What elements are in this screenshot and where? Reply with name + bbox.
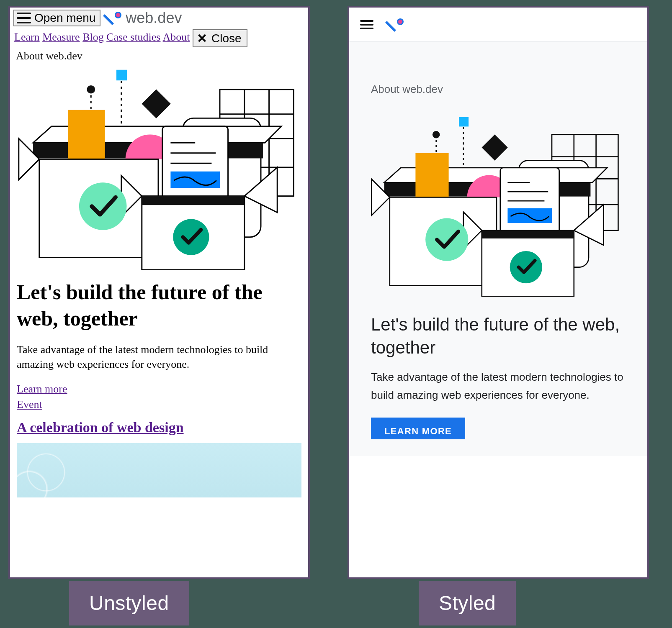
svg-rect-12 — [142, 89, 170, 118]
close-label: Close — [211, 32, 242, 45]
unstyled-topbar: Open menu web.dev — [10, 8, 308, 27]
hero-subhead: Take advantage of the latest modern tech… — [10, 336, 308, 376]
webdev-logo-icon[interactable] — [385, 16, 405, 33]
open-menu-label: Open menu — [34, 11, 95, 25]
unstyled-nav: Learn Measure Blog Case studies About ✕ … — [10, 27, 308, 50]
svg-rect-42 — [459, 117, 469, 127]
event-link[interactable]: Event — [17, 397, 301, 412]
eyebrow-text: About web.dev — [10, 50, 308, 65]
svg-rect-11 — [116, 70, 127, 80]
styled-appbar — [349, 8, 647, 42]
nav-blog[interactable]: Blog — [82, 31, 104, 43]
nav-measure[interactable]: Measure — [42, 31, 80, 43]
learn-more-link[interactable]: Learn more — [17, 382, 301, 397]
svg-rect-17 — [68, 110, 105, 159]
logo-text: web.dev — [126, 9, 182, 27]
svg-point-60 — [425, 218, 468, 261]
event-heading-link[interactable]: A celebration of web design — [17, 420, 184, 435]
open-menu-button[interactable]: Open menu — [13, 10, 100, 26]
close-icon: ✕ — [197, 31, 207, 46]
svg-rect-53 — [507, 208, 552, 223]
svg-point-30 — [173, 219, 209, 255]
unstyled-screenshot: Open menu web.dev Learn Measure Blog Cas… — [8, 6, 310, 579]
svg-rect-48 — [415, 153, 448, 197]
svg-rect-22 — [170, 172, 220, 188]
event-heading: A celebration of web design — [10, 414, 308, 443]
webdev-logo-icon — [103, 9, 123, 27]
svg-rect-43 — [481, 134, 507, 160]
event-image — [17, 443, 301, 497]
svg-point-1 — [116, 13, 120, 17]
learn-more-button[interactable]: LEARN MORE — [371, 418, 465, 439]
styled-hero: About web.dev — [349, 42, 647, 456]
caption-styled: Styled — [419, 581, 516, 625]
hamburger-icon[interactable] — [360, 20, 373, 29]
nav-about[interactable]: About — [163, 31, 190, 43]
caption-unstyled: Unstyled — [69, 581, 189, 625]
hero-headline: Let's build the future of the web, toget… — [10, 270, 308, 336]
hero-headline: Let's build the future of the web, toget… — [371, 309, 626, 368]
svg-point-29 — [79, 182, 127, 230]
svg-point-32 — [398, 20, 402, 24]
nav-case-studies[interactable]: Case studies — [106, 31, 160, 43]
hero-illustration — [10, 65, 308, 270]
hamburger-icon — [17, 13, 31, 23]
svg-point-61 — [510, 251, 542, 283]
hero-subhead: Take advantage of the latest modern tech… — [371, 368, 626, 418]
eyebrow-text: About web.dev — [371, 83, 626, 96]
svg-point-40 — [433, 131, 440, 138]
hero-illustration — [371, 113, 626, 297]
nav-learn[interactable]: Learn — [14, 31, 40, 43]
unstyled-link-list: Learn more Event — [10, 376, 308, 414]
svg-rect-28 — [142, 196, 245, 205]
close-menu-button[interactable]: ✕ Close — [193, 29, 247, 47]
svg-rect-59 — [482, 231, 574, 238]
svg-point-9 — [87, 85, 95, 94]
styled-screenshot: About web.dev — [348, 6, 649, 579]
